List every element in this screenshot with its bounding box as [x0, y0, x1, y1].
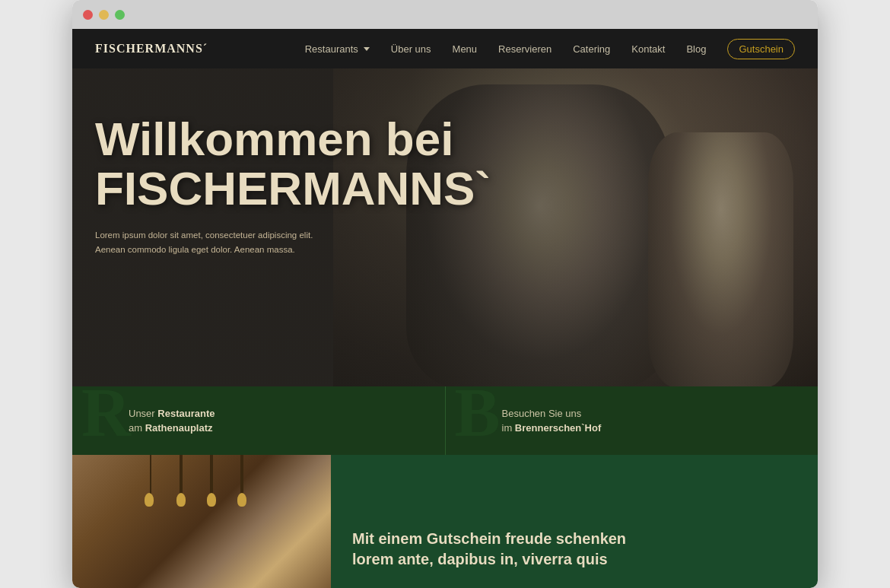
hero-title: Willkommen bei FISCHERMANNS`: [95, 114, 491, 213]
card-restaurante-text: Unser Restaurante am Rathenauplatz: [91, 406, 215, 436]
hero-subtitle: Lorem ipsum dolor sit amet, consectetuer…: [95, 228, 323, 256]
website-content: FISCHERMANNS´ Restaurants Über uns Menu …: [72, 29, 818, 588]
card-brennerschen-text: Besuchen Sie uns im Brennerschen`Hof: [464, 406, 602, 436]
nav-item-catering[interactable]: Catering: [573, 43, 610, 55]
gutschein-button[interactable]: Gutschein: [727, 39, 795, 59]
restaurant-photo: [72, 455, 331, 588]
maximize-dot[interactable]: [115, 10, 125, 20]
nav-item-blog[interactable]: Blog: [686, 43, 706, 55]
nav-links: Restaurants Über uns Menu Reservieren Ca…: [305, 42, 795, 56]
bottom-section: Mit einem Gutschein freude schenken lore…: [72, 455, 818, 588]
browser-window: FISCHERMANNS´ Restaurants Über uns Menu …: [72, 0, 818, 588]
card-brennerschen[interactable]: B Besuchen Sie uns im Brennerschen`Hof: [446, 386, 818, 455]
nav-item-kontakt[interactable]: Kontakt: [631, 43, 665, 55]
card-restaurante[interactable]: R Unser Restaurante am Rathenauplatz: [72, 386, 446, 455]
close-dot[interactable]: [83, 10, 93, 20]
navigation: FISCHERMANNS´ Restaurants Über uns Menu …: [72, 29, 818, 68]
nav-item-menu[interactable]: Menu: [453, 43, 478, 55]
minimize-dot[interactable]: [99, 10, 109, 20]
gutschein-card[interactable]: Mit einem Gutschein freude schenken lore…: [331, 455, 818, 588]
nav-item-reservieren[interactable]: Reservieren: [498, 43, 551, 55]
nav-item-ueber-uns[interactable]: Über uns: [391, 43, 431, 55]
nav-item-restaurants[interactable]: Restaurants: [305, 43, 370, 55]
chevron-down-icon: [364, 47, 370, 51]
hero-section: Willkommen bei FISCHERMANNS` Lorem ipsum…: [72, 68, 818, 388]
cards-row: R Unser Restaurante am Rathenauplatz B B…: [72, 386, 818, 455]
gutschein-title: Mit einem Gutschein freude schenken lore…: [352, 529, 796, 570]
browser-chrome: [72, 0, 818, 29]
site-logo[interactable]: FISCHERMANNS´: [95, 42, 208, 56]
hero-content: Willkommen bei FISCHERMANNS` Lorem ipsum…: [95, 114, 491, 256]
